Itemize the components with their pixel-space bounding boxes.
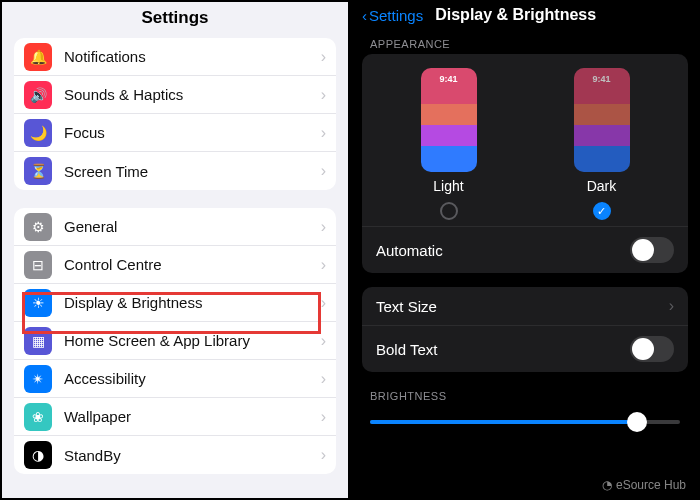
row-notifications[interactable]: 🔔 Notifications › [14, 38, 336, 76]
chevron-right-icon: › [321, 48, 326, 66]
light-preview: 9:41 [421, 68, 477, 172]
row-label: Screen Time [64, 163, 321, 180]
row-label: Accessibility [64, 370, 321, 387]
row-home-screen[interactable]: ▦ Home Screen & App Library › [14, 322, 336, 360]
row-wallpaper[interactable]: ❀ Wallpaper › [14, 398, 336, 436]
row-label: Control Centre [64, 256, 321, 273]
focus-icon: 🌙 [24, 119, 52, 147]
row-accessibility[interactable]: ✴ Accessibility › [14, 360, 336, 398]
gear-icon: ⚙ [24, 213, 52, 241]
control-icon: ⊟ [24, 251, 52, 279]
row-label: Notifications [64, 48, 321, 65]
brightness-slider[interactable] [370, 410, 680, 434]
appearance-option-dark[interactable]: 9:41 Dark ✓ [574, 68, 630, 220]
chevron-right-icon: › [321, 332, 326, 350]
row-label: Display & Brightness [64, 294, 321, 311]
slider-fill [370, 420, 634, 424]
display-brightness-pane: ‹ Settings Display & Brightness Appearan… [350, 0, 700, 500]
settings-group-2: ⚙ General › ⊟ Control Centre › ☀ Display… [14, 208, 336, 474]
chevron-right-icon: › [321, 256, 326, 274]
dark-label: Dark [587, 178, 617, 194]
slider-thumb[interactable] [627, 412, 647, 432]
boldtext-label: Bold Text [376, 341, 437, 358]
row-focus[interactable]: 🌙 Focus › [14, 114, 336, 152]
row-label: Wallpaper [64, 408, 321, 425]
page-title: Settings [2, 2, 348, 38]
watermark-icon: ◔ [602, 478, 612, 492]
sounds-icon: 🔊 [24, 81, 52, 109]
preview-time: 9:41 [574, 74, 630, 84]
row-label: General [64, 218, 321, 235]
row-control-centre[interactable]: ⊟ Control Centre › [14, 246, 336, 284]
textsize-label: Text Size [376, 298, 437, 315]
automatic-label: Automatic [376, 242, 443, 259]
row-display-brightness[interactable]: ☀ Display & Brightness › [14, 284, 336, 322]
boldtext-toggle[interactable] [630, 336, 674, 362]
chevron-right-icon: › [321, 86, 326, 104]
standby-icon: ◑ [24, 441, 52, 469]
watermark-text: eSource Hub [616, 478, 686, 492]
chevron-left-icon: ‹ [362, 7, 367, 24]
row-label: Focus [64, 124, 321, 141]
toggle-knob [632, 239, 654, 261]
chevron-right-icon: › [321, 162, 326, 180]
appearance-header: Appearance [350, 34, 700, 54]
automatic-toggle[interactable] [630, 237, 674, 263]
boldtext-row[interactable]: Bold Text [362, 325, 688, 372]
light-radio[interactable] [440, 202, 458, 220]
text-card: Text Size › Bold Text [362, 287, 688, 372]
topbar: ‹ Settings Display & Brightness [350, 2, 700, 34]
toggle-knob [632, 338, 654, 360]
screentime-icon: ⏳ [24, 157, 52, 185]
appearance-options: 9:41 Light 9:41 Dark ✓ [362, 54, 688, 226]
chevron-right-icon: › [669, 297, 674, 315]
chevron-right-icon: › [321, 218, 326, 236]
row-label: Sounds & Haptics [64, 86, 321, 103]
row-general[interactable]: ⚙ General › [14, 208, 336, 246]
settings-group-1: 🔔 Notifications › 🔊 Sounds & Haptics › 🌙… [14, 38, 336, 190]
dark-preview: 9:41 [574, 68, 630, 172]
brightness-header: Brightness [350, 386, 700, 406]
chevron-right-icon: › [321, 446, 326, 464]
settings-list-pane: Settings 🔔 Notifications › 🔊 Sounds & Ha… [0, 0, 350, 500]
chevron-right-icon: › [321, 294, 326, 312]
display-icon: ☀ [24, 289, 52, 317]
back-label: Settings [369, 7, 423, 24]
dark-radio[interactable]: ✓ [593, 202, 611, 220]
chevron-right-icon: › [321, 124, 326, 142]
row-label: Home Screen & App Library [64, 332, 321, 349]
row-standby[interactable]: ◑ StandBy › [14, 436, 336, 474]
textsize-row[interactable]: Text Size › [362, 287, 688, 325]
back-button[interactable]: ‹ Settings [362, 7, 423, 24]
automatic-row[interactable]: Automatic [362, 226, 688, 273]
row-label: StandBy [64, 447, 321, 464]
row-sounds[interactable]: 🔊 Sounds & Haptics › [14, 76, 336, 114]
appearance-option-light[interactable]: 9:41 Light [421, 68, 477, 220]
homescreen-icon: ▦ [24, 327, 52, 355]
bell-icon: 🔔 [24, 43, 52, 71]
chevron-right-icon: › [321, 408, 326, 426]
appearance-card: 9:41 Light 9:41 Dark ✓ Automatic [362, 54, 688, 273]
light-label: Light [433, 178, 463, 194]
row-screentime[interactable]: ⏳ Screen Time › [14, 152, 336, 190]
watermark: ◔ eSource Hub [602, 478, 686, 492]
accessibility-icon: ✴ [24, 365, 52, 393]
preview-time: 9:41 [421, 74, 477, 84]
page-title: Display & Brightness [435, 6, 596, 24]
wallpaper-icon: ❀ [24, 403, 52, 431]
chevron-right-icon: › [321, 370, 326, 388]
